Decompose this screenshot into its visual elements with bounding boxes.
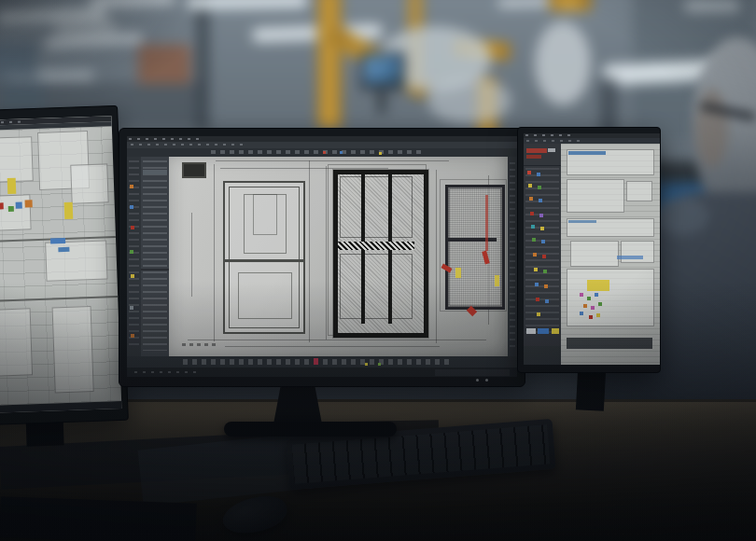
left-monitor bbox=[0, 105, 129, 426]
content-panel bbox=[567, 269, 654, 326]
mouse bbox=[219, 492, 290, 538]
warm-poster bbox=[138, 45, 190, 84]
status-text bbox=[134, 371, 200, 373]
yellow-highlight-block bbox=[587, 280, 609, 291]
menu-items bbox=[131, 144, 243, 146]
orange-component bbox=[25, 200, 33, 207]
window-elevation-right-marked bbox=[445, 185, 505, 310]
cad-toolbar bbox=[127, 148, 517, 157]
dimension-line bbox=[326, 166, 327, 340]
panel-rows bbox=[143, 160, 167, 351]
titlebar-text bbox=[129, 138, 203, 140]
sheet-block bbox=[0, 136, 34, 183]
toolbar-colored-icons bbox=[323, 151, 326, 154]
sash-divider bbox=[448, 238, 497, 242]
blue-header-strip bbox=[617, 256, 643, 259]
machine-pillar bbox=[535, 21, 591, 105]
content-panel bbox=[570, 241, 619, 267]
red-markup-line bbox=[485, 195, 488, 251]
dimension-line bbox=[216, 160, 449, 161]
content-panel bbox=[567, 179, 624, 213]
window-elevation-center-bold bbox=[333, 170, 428, 338]
right-strip-rows bbox=[510, 162, 515, 349]
panel-selected-row bbox=[143, 170, 167, 174]
toolbox-rows bbox=[525, 168, 559, 336]
titlebar-text bbox=[525, 134, 572, 136]
yellow-highlight bbox=[495, 275, 499, 286]
left-sheet bbox=[0, 126, 121, 407]
dimension-line bbox=[225, 346, 440, 347]
cad-left-iconstrip bbox=[127, 157, 141, 356]
bottom-toolbar-icons bbox=[183, 359, 454, 365]
lower-pane-detail bbox=[238, 272, 292, 319]
right-monitor bbox=[517, 127, 661, 373]
panel-section-divider bbox=[141, 269, 169, 270]
background-screen bbox=[2, 80, 45, 110]
center-monitor bbox=[119, 128, 525, 387]
drawing-canvas bbox=[169, 157, 508, 356]
red-layer-chip bbox=[526, 155, 541, 159]
white-chip bbox=[526, 328, 536, 334]
center-monitor-screen bbox=[127, 136, 517, 377]
red-component bbox=[0, 202, 4, 209]
status-colored-dots bbox=[365, 363, 368, 366]
menu-items bbox=[526, 140, 582, 142]
sheet-divider bbox=[0, 296, 118, 303]
red-tool-icon bbox=[314, 358, 318, 365]
tool-icons bbox=[129, 160, 139, 347]
colored-detail-cluster bbox=[580, 293, 583, 297]
hatched-transom bbox=[338, 242, 414, 250]
content-panel bbox=[626, 181, 652, 201]
white-chip bbox=[548, 148, 555, 152]
dimension-line bbox=[214, 164, 215, 341]
machine-housing bbox=[427, 77, 511, 124]
blue-strip bbox=[50, 238, 65, 244]
ceiling-light bbox=[684, 0, 740, 11]
cad-tool-panel bbox=[141, 157, 169, 356]
robot-arm-column bbox=[317, 0, 342, 129]
sheet-block bbox=[52, 306, 94, 393]
yellow-component bbox=[7, 178, 17, 194]
dimension-line bbox=[188, 340, 486, 340]
workstation-photo bbox=[0, 0, 756, 541]
machine-housing bbox=[52, 15, 118, 39]
tool-colored-icons bbox=[130, 185, 133, 188]
pane-outline bbox=[340, 254, 413, 319]
collar bbox=[653, 198, 709, 235]
toolbar-icons bbox=[211, 150, 426, 154]
toolbox-divider bbox=[524, 165, 561, 166]
cad-menubar bbox=[127, 142, 517, 148]
cad-bottom-toolbar bbox=[127, 356, 517, 368]
cad-statusbar bbox=[127, 368, 517, 377]
notebook bbox=[0, 496, 197, 541]
machine-monitor-stand bbox=[378, 90, 385, 114]
right-monitor-screen bbox=[524, 133, 660, 365]
robot-arm-top bbox=[549, 0, 592, 11]
detail-thumbnail bbox=[182, 162, 206, 178]
upper-pane-detail bbox=[253, 194, 277, 235]
blue-chip bbox=[538, 328, 549, 334]
dimension-line bbox=[309, 160, 310, 342]
scale-note-dashes bbox=[182, 343, 219, 346]
right-content-column bbox=[561, 144, 660, 365]
left-monitor-screen bbox=[0, 116, 121, 414]
green-component bbox=[8, 206, 14, 212]
status-right-block bbox=[435, 369, 510, 376]
window-elevation-left bbox=[223, 181, 305, 334]
right-toolbox-panel bbox=[524, 144, 561, 346]
red-layer-chip bbox=[526, 148, 547, 153]
background-screen bbox=[0, 43, 37, 78]
red-markup-arrow bbox=[482, 251, 489, 265]
power-led bbox=[476, 379, 479, 381]
cad-right-strip bbox=[508, 157, 517, 356]
dimension-line bbox=[191, 213, 192, 297]
sheet-block bbox=[45, 240, 107, 281]
pane-outline bbox=[340, 176, 413, 238]
dark-footer-block bbox=[567, 338, 652, 349]
window-sash-divider bbox=[225, 259, 303, 262]
yellow-component bbox=[64, 202, 74, 219]
dimension-line bbox=[436, 170, 437, 343]
yellow-chip bbox=[552, 328, 559, 334]
toolbox-colored-icons bbox=[527, 171, 531, 174]
yellow-highlight bbox=[455, 268, 461, 278]
